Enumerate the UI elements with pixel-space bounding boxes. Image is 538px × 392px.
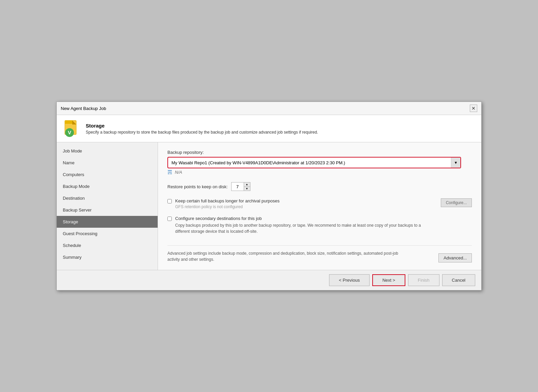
configure-button[interactable]: Configure... — [441, 198, 472, 207]
restore-points-input[interactable] — [232, 183, 244, 190]
advanced-description: Advanced job settings include backup mod… — [167, 250, 404, 262]
sidebar-item-backup-mode[interactable]: Backup Mode — [57, 180, 158, 192]
header-text: Storage Specify a backup repository to s… — [86, 123, 318, 135]
repo-row: ▼ — [167, 157, 472, 168]
title-bar: New Agent Backup Job ✕ — [57, 102, 481, 115]
sidebar-item-name[interactable]: Name — [57, 157, 158, 169]
sidebar-item-backup-server[interactable]: Backup Server — [57, 204, 158, 216]
repo-dropdown-button[interactable]: ▼ — [451, 158, 460, 168]
sidebar-item-guest-processing[interactable]: Guest Processing — [57, 228, 158, 240]
sidebar-item-storage[interactable]: Storage — [57, 216, 158, 228]
sidebar-item-job-mode[interactable]: Job Mode — [57, 145, 158, 157]
spinner-buttons: ▲ ▼ — [244, 183, 250, 191]
repo-select-wrapper: ▼ — [167, 157, 461, 168]
gfs-policy-label: GFS retention policy is not configured — [175, 204, 437, 209]
secondary-dest-checkbox[interactable] — [167, 217, 172, 221]
dialog-title: New Agent Backup Job — [61, 106, 106, 111]
restore-points-label: Restore points to keep on disk: — [167, 184, 228, 189]
spinner-down-button[interactable]: ▼ — [244, 187, 250, 191]
repo-na-text: N/A — [175, 170, 182, 175]
keep-full-backups-row: Keep certain full backups longer for arc… — [167, 198, 437, 209]
sidebar-item-schedule[interactable]: Schedule — [57, 240, 158, 251]
main-content: Job Mode Name Computers Backup Mode Dest… — [57, 142, 481, 270]
content-area: Backup repository: ▼ ☴ N/A Restore point… — [158, 142, 481, 270]
keep-full-backups-checkbox[interactable] — [167, 199, 172, 203]
dialog: New Agent Backup Job ✕ V Storage Specify… — [56, 102, 482, 290]
previous-button[interactable]: < Previous — [329, 274, 370, 286]
footer: < Previous Next > Finish Cancel — [57, 270, 481, 290]
finish-button[interactable]: Finish — [408, 274, 439, 286]
svg-text:V: V — [68, 130, 71, 135]
advanced-button[interactable]: Advanced... — [438, 253, 472, 262]
header-description: Specify a backup repository to store the… — [86, 130, 318, 135]
sidebar: Job Mode Name Computers Backup Mode Dest… — [57, 142, 158, 270]
secondary-dest-block: Configure secondary destinations for thi… — [175, 216, 432, 234]
sidebar-item-summary[interactable]: Summary — [57, 251, 158, 263]
secondary-dest-description: Copy backups produced by this job to ano… — [175, 222, 432, 234]
header-section: V Storage Specify a backup repository to… — [57, 115, 481, 142]
keep-full-backups-label: Keep certain full backups longer for arc… — [175, 198, 437, 203]
database-icon: ☴ — [167, 169, 172, 175]
restore-points-row: Restore points to keep on disk: ▲ ▼ — [167, 182, 472, 191]
backup-repo-input[interactable] — [168, 158, 451, 167]
keep-full-backups-label-block: Keep certain full backups longer for arc… — [175, 198, 437, 209]
veeam-icon: V — [63, 120, 80, 137]
backup-repo-section: Backup repository: ▼ ☴ N/A — [167, 150, 472, 175]
backup-repo-label: Backup repository: — [167, 150, 472, 155]
sidebar-item-computers[interactable]: Computers — [57, 169, 158, 180]
header-title: Storage — [86, 123, 318, 129]
sidebar-item-destination[interactable]: Destination — [57, 192, 158, 204]
secondary-dest-row: Configure secondary destinations for thi… — [167, 216, 472, 234]
repo-info-row: ☴ N/A — [167, 169, 472, 175]
next-button[interactable]: Next > — [372, 274, 405, 286]
spinner-up-button[interactable]: ▲ — [244, 183, 250, 187]
svg-rect-1 — [65, 120, 72, 124]
close-button[interactable]: ✕ — [470, 105, 477, 112]
restore-points-spinner: ▲ ▼ — [231, 182, 250, 191]
cancel-button[interactable]: Cancel — [442, 274, 475, 286]
secondary-dest-label: Configure secondary destinations for thi… — [175, 216, 432, 221]
advanced-row: Advanced job settings include backup mod… — [167, 245, 472, 262]
